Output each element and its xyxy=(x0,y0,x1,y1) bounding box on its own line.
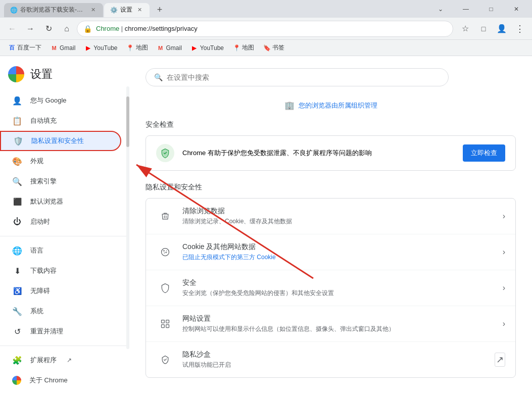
bookmark-bookmarks[interactable]: 🔖 书签 xyxy=(259,42,288,54)
privacy-icon: 🛡️ xyxy=(13,136,23,146)
site-settings-subtitle: 控制网站可以使用和显示什么信息（如位置信息、摄像头、弹出式窗口及其他） xyxy=(182,325,495,333)
privacy-section-title: 隐私设置和安全性 xyxy=(146,183,516,192)
new-tab-button[interactable]: + xyxy=(153,3,167,17)
sidebar-item-reset[interactable]: ↺ 重置并清理 xyxy=(0,321,121,341)
sidebar-item-autofill[interactable]: 📋 自动填充 xyxy=(0,111,121,131)
safety-check-item: Chrome 有助于保护您免受数据泄露、不良扩展程序等问题的影响 立即检查 xyxy=(146,136,515,170)
bookmark-baiduyixia-label: 百度一下 xyxy=(17,43,41,52)
security-shield-icon xyxy=(156,279,174,297)
sidebar-item-extensions[interactable]: 🧩 扩展程序 ↗ xyxy=(0,350,121,370)
split-view-button[interactable]: □ xyxy=(475,21,492,37)
security-icon: 🔒 xyxy=(83,25,92,33)
cookies-title: Cookie 及其他网站数据 xyxy=(182,242,495,252)
profile-button[interactable]: 👤 xyxy=(494,21,510,37)
bookmark-baiduyixia[interactable]: 百 百度一下 xyxy=(4,42,45,54)
sidebar-item-system[interactable]: 🔧 系统 xyxy=(0,301,121,321)
sandbox-external-icon: ↗ xyxy=(495,353,505,367)
settings-search-bar[interactable]: 🔍 xyxy=(146,68,449,86)
svg-point-3 xyxy=(164,253,165,254)
sidebar-item-browser-label: 默认浏览器 xyxy=(30,197,63,206)
appearance-icon: 🎨 xyxy=(12,156,22,166)
sidebar-item-about[interactable]: 关于 Chrome xyxy=(0,370,121,390)
bookmark-youtube1[interactable]: ▶ YouTube xyxy=(80,42,121,54)
safety-shield-icon xyxy=(156,144,174,162)
bookmark-bookmarks-label: 书签 xyxy=(272,43,284,52)
address-path: chrome://settings/privacy xyxy=(125,25,198,32)
svg-point-1 xyxy=(163,250,165,252)
refresh-button[interactable]: ↻ xyxy=(40,21,57,37)
privacy-item-cookies[interactable]: Cookie 及其他网站数据 已阻止无痕模式下的第三方 Cookie › xyxy=(146,234,515,270)
sidebar-item-accessibility[interactable]: ♿ 无障碍 xyxy=(0,281,121,301)
system-icon: 🔧 xyxy=(12,306,22,316)
extensions-external-icon: ↗ xyxy=(67,357,72,364)
reset-icon: ↺ xyxy=(12,326,22,336)
privacy-item-clear-browsing[interactable]: 清除浏览数据 清除浏览记录、Cookie、缓存及其他数据 › xyxy=(146,199,515,234)
security-text: 安全 安全浏览（保护您免受危险网站的侵害）和其他安全设置 xyxy=(182,278,495,298)
bookmark-gmail2[interactable]: M Gmail xyxy=(153,42,186,54)
clear-browsing-title: 清除浏览数据 xyxy=(182,207,495,216)
sidebar-item-extensions-label: 扩展程序 xyxy=(30,356,57,365)
minimize-button[interactable]: ⌄ xyxy=(429,2,452,16)
privacy-item-site-settings[interactable]: 网站设置 控制网站可以使用和显示什么信息（如位置信息、摄像头、弹出式窗口及其他）… xyxy=(146,306,515,342)
back-button[interactable]: ← xyxy=(4,21,20,37)
content-area: 🔍 🏢 您的浏览器由所属组织管理 安全检查 xyxy=(129,56,532,393)
sidebar-item-startup[interactable]: ⏻ 启动时 xyxy=(0,212,121,232)
org-banner: 🏢 您的浏览器由所属组织管理 xyxy=(146,101,516,110)
sidebar-item-system-label: 系统 xyxy=(30,307,43,316)
sidebar-item-autofill-label: 自动填充 xyxy=(30,116,57,125)
forward-button[interactable]: → xyxy=(22,21,38,37)
sidebar-item-google[interactable]: 👤 您与 Google xyxy=(0,90,121,111)
bookmark-youtube2[interactable]: ▶ YouTube xyxy=(187,42,228,54)
privacy-item-sandbox[interactable]: 隐私沙盒 试用版功能已开启 ↗ xyxy=(146,342,515,377)
sidebar-header: 设置 xyxy=(0,56,129,90)
sidebar-scroll[interactable]: 👤 您与 Google 📋 自动填充 🛡️ 隐私设置和安全性 🎨 外观 🔍 xyxy=(0,90,129,393)
navigation-bar: ← → ↻ ⌂ 🔒 Chrome | chrome://settings/pri… xyxy=(0,18,532,40)
settings-search-input[interactable] xyxy=(167,73,440,81)
google-icon: 👤 xyxy=(12,95,22,106)
privacy-item-security[interactable]: 安全 安全浏览（保护您免受危险网站的侵害）和其他安全设置 › xyxy=(146,270,515,306)
clear-browsing-text: 清除浏览数据 清除浏览记录、Cookie、缓存及其他数据 xyxy=(182,207,495,226)
sidebar-item-search[interactable]: 🔍 搜索引擎 xyxy=(0,171,121,191)
safety-check-button[interactable]: 立即检查 xyxy=(463,144,505,162)
title-bar: 🌐 谷歌浏览器下载安装-谷歌浏览器... ✕ ⚙️ 设置 ✕ + ⌄ — □ ✕ xyxy=(0,0,532,18)
gmail2-icon: M xyxy=(157,44,164,52)
sidebar-item-download[interactable]: ⬇ 下载内容 xyxy=(0,261,121,281)
org-icon: 🏢 xyxy=(284,101,295,110)
home-button[interactable]: ⌂ xyxy=(59,21,75,37)
sidebar-item-search-label: 搜索引擎 xyxy=(30,177,57,186)
bookmark-star-button[interactable]: ☆ xyxy=(457,21,473,37)
tab2-title: 设置 xyxy=(120,6,132,14)
bookmark-gmail2-label: Gmail xyxy=(166,44,182,52)
tab-2[interactable]: ⚙️ 设置 ✕ xyxy=(104,3,150,17)
startup-icon: ⏻ xyxy=(12,217,22,227)
svg-point-0 xyxy=(162,249,169,256)
sidebar-divider xyxy=(0,236,129,236)
sidebar-item-privacy[interactable]: 🛡️ 隐私设置和安全性 xyxy=(0,131,121,151)
tab-1[interactable]: 🌐 谷歌浏览器下载安装-谷歌浏览器... ✕ xyxy=(4,3,103,17)
tab1-close[interactable]: ✕ xyxy=(89,6,97,14)
maximize-button[interactable]: □ xyxy=(479,2,503,16)
menu-button[interactable]: ⋮ xyxy=(512,21,528,37)
tab1-favicon: 🌐 xyxy=(10,7,17,14)
sidebar-item-language[interactable]: 🌐 语言 xyxy=(0,240,121,261)
address-text: Chrome | chrome://settings/privacy xyxy=(96,25,198,32)
safety-check-card: Chrome 有助于保护您免受数据泄露、不良扩展程序等问题的影响 立即检查 xyxy=(146,135,516,171)
tab2-close[interactable]: ✕ xyxy=(135,6,143,14)
address-scheme: Chrome xyxy=(96,25,119,32)
bookmark-gmail1[interactable]: M Gmail xyxy=(46,42,79,54)
sidebar-divider2 xyxy=(0,346,129,346)
svg-rect-6 xyxy=(166,320,169,323)
address-bar[interactable]: 🔒 Chrome | chrome://settings/privacy xyxy=(77,21,453,37)
minimize-button2[interactable]: — xyxy=(454,2,477,16)
sidebar-item-language-label: 语言 xyxy=(30,246,43,255)
tab2-favicon: ⚙️ xyxy=(110,7,117,14)
cookie-icon xyxy=(156,243,174,261)
sidebar-item-appearance[interactable]: 🎨 外观 xyxy=(0,151,121,171)
bookmark-maps1[interactable]: 📍 地图 xyxy=(123,42,152,54)
site-settings-arrow: › xyxy=(503,319,505,328)
close-button[interactable]: ✕ xyxy=(505,2,528,16)
sidebar-item-browser[interactable]: ⬛ 默认浏览器 xyxy=(0,191,121,212)
default-browser-icon: ⬛ xyxy=(12,197,22,207)
site-settings-text: 网站设置 控制网站可以使用和显示什么信息（如位置信息、摄像头、弹出式窗口及其他） xyxy=(182,314,495,333)
bookmark-maps2[interactable]: 📍 地图 xyxy=(229,42,258,54)
